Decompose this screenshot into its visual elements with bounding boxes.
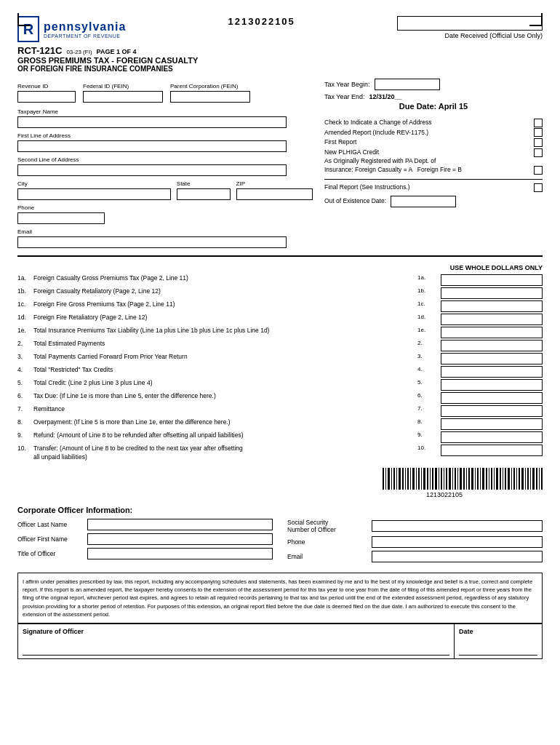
out-of-existence-input[interactable] — [391, 196, 456, 207]
check-final-report-input[interactable] — [534, 183, 543, 192]
use-whole-dollars: USE WHOLE DOLLARS ONLY — [17, 264, 543, 271]
form-id: RCT-121C — [17, 45, 62, 56]
line-1b-input[interactable] — [441, 287, 543, 299]
email-label: Email — [17, 228, 313, 235]
svg-rect-18 — [432, 468, 433, 490]
officer-ssn-input[interactable] — [372, 520, 543, 532]
svg-rect-13 — [418, 468, 420, 490]
city-label: City — [17, 180, 171, 187]
svg-rect-16 — [427, 468, 428, 490]
svg-rect-25 — [452, 468, 453, 490]
taxpayer-name-input[interactable] — [17, 116, 287, 128]
officer-grid: Officer Last Name Officer First Name Tit… — [17, 519, 543, 565]
state-label: State — [177, 180, 231, 187]
form-title: GROSS PREMIUMS TAX - FOREIGN CASUALTY — [17, 56, 543, 65]
phone-label: Phone — [17, 204, 313, 211]
svg-rect-22 — [444, 468, 444, 490]
federal-id-label: Federal ID (FEIN) — [83, 83, 163, 89]
svg-rect-42 — [500, 468, 501, 490]
page-info: PAGE 1 OF 4 — [97, 48, 137, 55]
city-input[interactable] — [17, 188, 171, 200]
officer-email-row: Email — [287, 551, 543, 562]
line-8-input[interactable] — [441, 418, 543, 430]
parent-corp-input[interactable] — [170, 91, 250, 103]
svg-rect-35 — [480, 468, 481, 490]
line-item-2: 2. Total Estimated Payments 2. — [17, 340, 543, 351]
line-1e-input[interactable] — [441, 327, 543, 338]
svg-rect-5 — [396, 468, 397, 490]
svg-rect-41 — [496, 468, 498, 490]
line-5-input[interactable] — [441, 379, 543, 391]
officer-last-name-label: Officer Last Name — [17, 521, 83, 528]
svg-rect-32 — [471, 468, 473, 490]
officer-phone-label: Phone — [287, 538, 367, 546]
svg-rect-57 — [541, 468, 543, 490]
line-4-input[interactable] — [441, 366, 543, 378]
logo-dept: DEPARTMENT OF REVENUE — [44, 33, 126, 39]
line-9-input[interactable] — [441, 431, 543, 443]
check-first-report-input[interactable] — [534, 138, 543, 147]
svg-rect-54 — [532, 468, 535, 490]
line-7-input[interactable] — [441, 405, 543, 417]
svg-rect-50 — [521, 468, 524, 490]
federal-id-input[interactable] — [83, 91, 163, 103]
zip-label: ZIP — [236, 180, 313, 187]
check-change-address-input[interactable] — [534, 119, 543, 127]
officer-first-name-label: Officer First Name — [17, 535, 83, 543]
check-amended-report-input[interactable] — [534, 128, 543, 137]
first-address-input[interactable] — [17, 140, 287, 152]
phone-input[interactable] — [17, 212, 105, 224]
svg-rect-55 — [536, 468, 537, 490]
officer-title-input[interactable] — [87, 548, 273, 559]
svg-rect-12 — [416, 468, 417, 490]
line-2-input[interactable] — [441, 340, 543, 351]
line-10-input[interactable] — [441, 445, 543, 456]
checkbox-amended-report: Amended Report (Include REV-1175.) — [324, 128, 543, 138]
signature-row: Signature of Officer Date — [17, 624, 543, 659]
svg-rect-36 — [482, 468, 484, 490]
line-item-3: 3. Total Payments Carried Forward From P… — [17, 353, 543, 364]
svg-rect-20 — [439, 468, 439, 490]
revenue-id-input[interactable] — [17, 91, 76, 103]
email-input[interactable] — [17, 236, 287, 248]
officer-email-input[interactable] — [372, 551, 543, 562]
official-use-box — [397, 16, 543, 31]
checkbox-plhiga: New PLHIGA Credit — [324, 148, 543, 158]
line-1c-input[interactable] — [441, 300, 543, 312]
check-insurance-input[interactable] — [534, 166, 543, 175]
svg-rect-8 — [405, 468, 406, 490]
line-3-input[interactable] — [441, 353, 543, 364]
line-items-section: 1a. Foreign Casualty Gross Premiums Tax … — [17, 274, 543, 462]
checkbox-first-report: First Report — [324, 138, 543, 148]
affirmation-text: I affirm under penalties prescribed by l… — [17, 573, 543, 624]
line-1d-input[interactable] — [441, 314, 543, 325]
tracking-number: 1213022105 — [228, 16, 295, 27]
officer-phone-row: Phone — [287, 536, 543, 548]
svg-rect-56 — [539, 468, 540, 490]
line-6-input[interactable] — [441, 392, 543, 404]
svg-rect-11 — [412, 468, 415, 490]
svg-rect-15 — [423, 468, 425, 490]
form-subtitle: OR FOREIGN FIRE INSURANCE COMPANIES — [17, 65, 543, 73]
second-address-input[interactable] — [17, 164, 287, 176]
officer-first-name-input[interactable] — [87, 533, 273, 545]
check-plhiga-input[interactable] — [534, 148, 543, 157]
barcode-area: 1213022105 — [17, 468, 543, 498]
officer-last-name-input[interactable] — [87, 519, 273, 530]
line-1a-input[interactable] — [441, 274, 543, 286]
officer-phone-input[interactable] — [372, 536, 543, 548]
officer-title-label: Title of Officer — [17, 550, 83, 557]
zip-input[interactable] — [236, 188, 313, 200]
signature-left: Signature of Officer — [18, 624, 455, 658]
line-item-4: 4. Total "Restricted" Tax Credits 4. — [17, 366, 543, 378]
line-item-8: 8. Overpayment: (If Line 5 is more than … — [17, 418, 543, 430]
svg-rect-14 — [421, 468, 422, 490]
svg-rect-52 — [527, 468, 529, 490]
svg-rect-21 — [441, 468, 442, 490]
officer-ssn-label: Social SecurityNumber of Officer — [287, 519, 367, 533]
line-item-5: 5. Total Credit: (Line 2 plus Line 3 plu… — [17, 379, 543, 391]
checkbox-final-report: Final Report (See Instructions.) — [324, 183, 543, 193]
svg-rect-28 — [460, 468, 462, 490]
tax-year-begin-input[interactable] — [375, 79, 440, 90]
state-input[interactable] — [177, 188, 231, 200]
